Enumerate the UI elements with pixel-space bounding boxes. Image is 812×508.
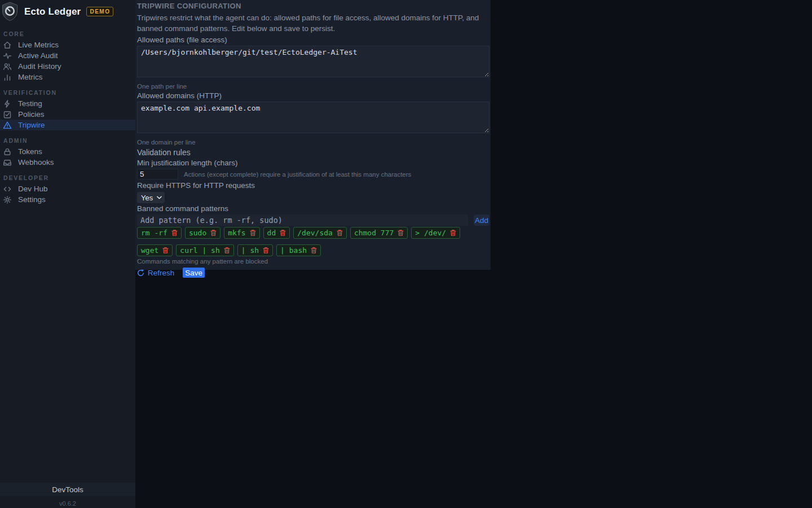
trash-icon xyxy=(263,247,269,254)
pattern-chip: dd xyxy=(263,227,290,239)
sidebar-item-metrics[interactable]: Metrics xyxy=(0,72,135,82)
sidebar-item-settings[interactable]: Settings xyxy=(0,194,135,205)
trash-icon xyxy=(450,229,456,237)
delete-pattern-button[interactable] xyxy=(337,229,343,237)
sidebar-item-label: Tripwire xyxy=(18,121,45,129)
nav-section-label: CORE xyxy=(3,30,135,37)
nav-section-label: VERIFICATION xyxy=(3,89,135,96)
allowed-paths-label: Allowed paths (file access) xyxy=(137,36,489,44)
pattern-text: /dev/sda xyxy=(297,229,333,237)
app-logo-shield-icon xyxy=(1,2,19,21)
delete-pattern-button[interactable] xyxy=(263,247,269,254)
sidebar-item-label: Audit History xyxy=(18,62,61,71)
allowed-paths-hint: One path per line xyxy=(137,83,489,90)
trash-icon xyxy=(224,247,230,254)
trash-icon xyxy=(337,229,343,237)
delete-pattern-button[interactable] xyxy=(162,247,169,254)
add-pattern-input[interactable] xyxy=(137,214,468,226)
pattern-chip-list: rm -rfsudomkfsdd/dev/sdachmod 777> /dev/… xyxy=(137,227,491,256)
pattern-chip: wget xyxy=(137,244,173,256)
pattern-text: | bash xyxy=(280,246,307,255)
inbox-icon xyxy=(2,157,12,167)
sidebar-item-dev-hub[interactable]: Dev Hub xyxy=(0,183,135,194)
lock-icon xyxy=(2,147,12,156)
sidebar-item-label: Policies xyxy=(18,110,45,119)
page-description: Tripwires restrict what the agent can do… xyxy=(137,12,489,34)
pattern-text: chmod 777 xyxy=(354,229,394,237)
pattern-chip: chmod 777 xyxy=(350,227,408,239)
trash-icon xyxy=(280,229,286,237)
sidebar-item-label: Active Audit xyxy=(18,51,58,60)
page-title: TRIPWIRE CONFIGURATION xyxy=(137,2,489,10)
code-icon xyxy=(2,184,12,194)
sidebar-item-active-audit[interactable]: Active Audit xyxy=(0,50,135,61)
sidebar-item-label: Live Metrics xyxy=(18,41,59,49)
delete-pattern-button[interactable] xyxy=(250,229,256,237)
pattern-text: > /dev/ xyxy=(415,229,446,237)
devtools-button[interactable]: DevTools xyxy=(0,483,135,496)
warning-triangle-icon xyxy=(2,120,12,130)
sidebar-item-tokens[interactable]: Tokens xyxy=(0,146,135,157)
allowed-domains-textarea[interactable]: example.com api.example.com xyxy=(137,102,489,133)
trash-icon xyxy=(398,229,404,237)
sidebar-item-label: Settings xyxy=(18,195,46,204)
trash-icon xyxy=(171,229,178,237)
sidebar-item-label: Dev Hub xyxy=(18,185,48,193)
actions-row: Refresh Save xyxy=(137,268,489,278)
delete-pattern-button[interactable] xyxy=(224,247,230,254)
sidebar-item-label: Testing xyxy=(18,99,42,108)
delete-pattern-button[interactable] xyxy=(210,229,217,237)
delete-pattern-button[interactable] xyxy=(450,229,456,237)
bar-chart-icon xyxy=(2,72,12,82)
pattern-text: dd xyxy=(267,229,276,237)
min-justification-row: Actions (except complete) require a just… xyxy=(137,169,489,179)
pattern-chip: sudo xyxy=(185,227,220,239)
trash-icon xyxy=(162,247,169,254)
app-title: Ecto Ledger xyxy=(24,6,81,17)
pattern-chip: > /dev/ xyxy=(411,227,460,239)
delete-pattern-button[interactable] xyxy=(311,247,317,254)
min-justification-input[interactable] xyxy=(137,169,178,179)
sidebar-item-live-metrics[interactable]: Live Metrics xyxy=(0,40,135,50)
brand: Ecto Ledger DEMO xyxy=(0,0,135,24)
https-select-wrap: Yes xyxy=(137,192,165,203)
trash-icon xyxy=(210,229,217,237)
delete-pattern-button[interactable] xyxy=(171,229,178,237)
pattern-text: | sh xyxy=(241,246,259,255)
pattern-chip: | bash xyxy=(276,244,321,256)
pattern-text: curl | sh xyxy=(180,246,219,255)
https-select[interactable]: Yes xyxy=(137,192,165,203)
allowed-paths-textarea[interactable]: /Users/bjornkohlberger/git/test/EctoLedg… xyxy=(137,46,489,77)
require-https-label: Require HTTPS for HTTP requests xyxy=(137,182,489,190)
app-version: v0.6.2 xyxy=(0,500,135,507)
delete-pattern-button[interactable] xyxy=(280,229,286,237)
trash-icon xyxy=(311,247,317,254)
validation-rules-heading: Validation rules xyxy=(137,148,489,156)
sidebar-item-testing[interactable]: Testing xyxy=(0,98,135,109)
gear-icon xyxy=(2,195,12,204)
activity-icon xyxy=(2,51,12,60)
pattern-text: mkfs xyxy=(228,229,245,237)
save-button[interactable]: Save xyxy=(183,268,205,278)
sidebar-item-audit-history[interactable]: Audit History xyxy=(0,61,135,72)
nav-section-label: ADMIN xyxy=(3,137,135,144)
checkbox-icon xyxy=(2,110,12,119)
min-justification-label: Min justification length (chars) xyxy=(137,159,489,167)
refresh-icon xyxy=(137,269,144,277)
sidebar-item-tripwire[interactable]: Tripwire xyxy=(0,120,135,130)
pattern-chip: curl | sh xyxy=(176,244,233,256)
refresh-button[interactable]: Refresh xyxy=(137,269,174,277)
pattern-chip: | sh xyxy=(237,244,273,256)
trash-icon xyxy=(250,229,256,237)
banned-patterns-hint: Commands matching any pattern are blocke… xyxy=(137,258,489,265)
sidebar-nav: CORELive MetricsActive AuditAudit Histor… xyxy=(0,30,135,205)
pattern-text: wget xyxy=(141,246,158,255)
delete-pattern-button[interactable] xyxy=(398,229,404,237)
pattern-chip: mkfs xyxy=(224,227,259,239)
pattern-chip: /dev/sda xyxy=(293,227,347,239)
sidebar-item-policies[interactable]: Policies xyxy=(0,109,135,120)
zap-icon xyxy=(2,99,12,108)
add-pattern-button[interactable]: Add xyxy=(474,214,489,226)
sidebar-item-webhooks[interactable]: Webhooks xyxy=(0,157,135,168)
banned-patterns-label: Banned command patterns xyxy=(137,205,489,213)
